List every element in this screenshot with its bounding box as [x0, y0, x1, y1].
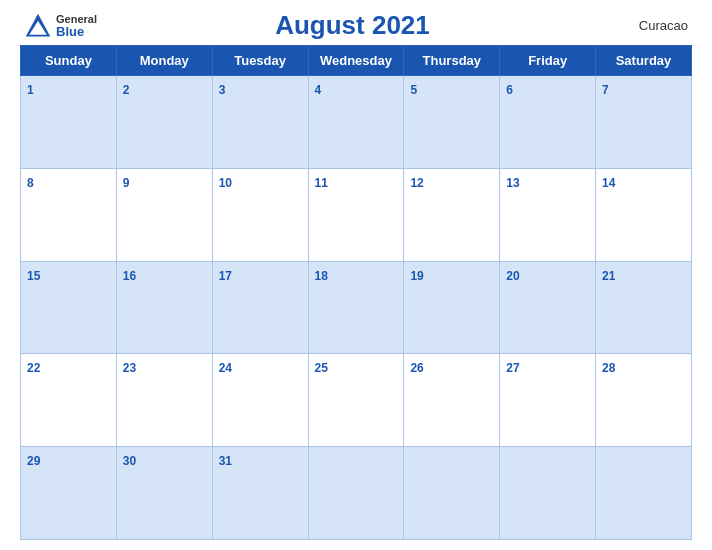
calendar-day-cell: 6 — [500, 76, 596, 169]
calendar-day-cell: 7 — [596, 76, 692, 169]
calendar-day-cell: 25 — [308, 354, 404, 447]
calendar-day-cell: 26 — [404, 354, 500, 447]
calendar-day-cell: 5 — [404, 76, 500, 169]
day-number: 5 — [410, 83, 417, 97]
calendar-day-cell: 30 — [116, 447, 212, 540]
calendar-day-cell: 29 — [21, 447, 117, 540]
calendar-day-cell: 15 — [21, 261, 117, 354]
calendar-day-cell: 24 — [212, 354, 308, 447]
calendar-day-cell: 2 — [116, 76, 212, 169]
calendar-day-cell: 8 — [21, 168, 117, 261]
header-friday: Friday — [500, 46, 596, 76]
calendar-day-cell: 14 — [596, 168, 692, 261]
day-number: 28 — [602, 361, 615, 375]
day-number: 3 — [219, 83, 226, 97]
calendar-day-cell: 13 — [500, 168, 596, 261]
day-number: 22 — [27, 361, 40, 375]
day-number: 18 — [315, 269, 328, 283]
logo-icon — [24, 12, 52, 40]
calendar-day-cell: 11 — [308, 168, 404, 261]
calendar-week-row: 891011121314 — [21, 168, 692, 261]
day-number: 11 — [315, 176, 328, 190]
calendar-day-cell: 20 — [500, 261, 596, 354]
calendar-day-cell: 3 — [212, 76, 308, 169]
day-number: 31 — [219, 454, 232, 468]
calendar-day-cell: 1 — [21, 76, 117, 169]
calendar-day-cell: 4 — [308, 76, 404, 169]
calendar-title: August 2021 — [97, 10, 608, 41]
day-number: 30 — [123, 454, 136, 468]
header-tuesday: Tuesday — [212, 46, 308, 76]
calendar-day-cell: 28 — [596, 354, 692, 447]
region-label: Curacao — [608, 18, 688, 33]
calendar-day-cell: 23 — [116, 354, 212, 447]
weekday-header-row: Sunday Monday Tuesday Wednesday Thursday… — [21, 46, 692, 76]
logo-blue-label: Blue — [56, 25, 97, 38]
header-saturday: Saturday — [596, 46, 692, 76]
calendar-day-cell: 19 — [404, 261, 500, 354]
day-number: 1 — [27, 83, 34, 97]
calendar-day-cell: 27 — [500, 354, 596, 447]
logo-general-label: General — [56, 14, 97, 25]
day-number: 23 — [123, 361, 136, 375]
calendar-week-row: 293031 — [21, 447, 692, 540]
header-sunday: Sunday — [21, 46, 117, 76]
day-number: 4 — [315, 83, 322, 97]
day-number: 29 — [27, 454, 40, 468]
calendar-day-cell: 16 — [116, 261, 212, 354]
logo: General Blue — [24, 12, 97, 40]
calendar-day-cell: 10 — [212, 168, 308, 261]
day-number: 24 — [219, 361, 232, 375]
calendar-day-cell: 18 — [308, 261, 404, 354]
day-number: 17 — [219, 269, 232, 283]
calendar-week-row: 15161718192021 — [21, 261, 692, 354]
calendar-header: General Blue August 2021 Curacao — [20, 10, 692, 41]
calendar-day-cell — [404, 447, 500, 540]
header-monday: Monday — [116, 46, 212, 76]
day-number: 13 — [506, 176, 519, 190]
day-number: 15 — [27, 269, 40, 283]
calendar-day-cell — [596, 447, 692, 540]
day-number: 6 — [506, 83, 513, 97]
logo-text: General Blue — [56, 14, 97, 38]
calendar-week-row: 22232425262728 — [21, 354, 692, 447]
day-number: 21 — [602, 269, 615, 283]
calendar-day-cell: 9 — [116, 168, 212, 261]
day-number: 27 — [506, 361, 519, 375]
day-number: 14 — [602, 176, 615, 190]
day-number: 7 — [602, 83, 609, 97]
calendar-day-cell: 22 — [21, 354, 117, 447]
day-number: 16 — [123, 269, 136, 283]
calendar-day-cell: 12 — [404, 168, 500, 261]
day-number: 9 — [123, 176, 130, 190]
calendar-day-cell: 31 — [212, 447, 308, 540]
day-number: 2 — [123, 83, 130, 97]
calendar-day-cell — [500, 447, 596, 540]
day-number: 12 — [410, 176, 423, 190]
day-number: 8 — [27, 176, 34, 190]
calendar-day-cell: 17 — [212, 261, 308, 354]
calendar-day-cell: 21 — [596, 261, 692, 354]
header-wednesday: Wednesday — [308, 46, 404, 76]
day-number: 19 — [410, 269, 423, 283]
header-thursday: Thursday — [404, 46, 500, 76]
calendar-week-row: 1234567 — [21, 76, 692, 169]
day-number: 10 — [219, 176, 232, 190]
calendar-table: Sunday Monday Tuesday Wednesday Thursday… — [20, 45, 692, 540]
calendar-day-cell — [308, 447, 404, 540]
day-number: 26 — [410, 361, 423, 375]
day-number: 20 — [506, 269, 519, 283]
day-number: 25 — [315, 361, 328, 375]
